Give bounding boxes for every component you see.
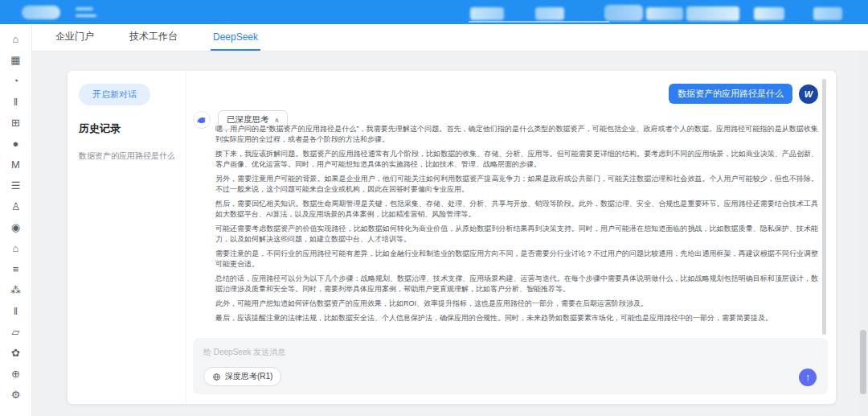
nav-blur-line	[76, 14, 96, 17]
deepseek-whale-icon	[193, 111, 211, 129]
m-app-icon[interactable]: M	[9, 158, 23, 171]
nav-item-blurred[interactable]	[604, 5, 643, 21]
folder-icon[interactable]: ▱	[9, 325, 23, 339]
page-scrollbar-track[interactable]	[858, 51, 868, 416]
send-button[interactable]: ↑	[799, 369, 817, 386]
deepseek-chat-card: 开启新对话 历史记录 数据资产的应用路径是什么 数据资产的应用路径是什么 W 已…	[68, 71, 836, 404]
ai-paragraph: 嗯，用户问的是“数据资产的应用路径是什么”，我需要先理解这个问题。首先，确定他们…	[215, 124, 818, 145]
nav-blur-line	[76, 7, 93, 10]
gear-icon[interactable]: ⚙	[9, 388, 23, 402]
new-chat-button[interactable]: 开启新对话	[79, 84, 150, 105]
history-item[interactable]: 数据资产的应用路径是什么	[79, 150, 174, 162]
tab-tech-workbench[interactable]: 技术工作台	[127, 24, 180, 51]
tab-deepseek[interactable]: DeepSeek	[211, 24, 260, 51]
nav-item-blurred[interactable]	[754, 7, 784, 20]
nav-item-blurred[interactable]	[470, 7, 504, 20]
user-message-row: 数据资产的应用路径是什么 W	[186, 84, 818, 104]
chevron-up-icon: ∧	[275, 117, 280, 124]
user-icon[interactable]: ♙	[9, 200, 23, 213]
nav-underline	[469, 21, 609, 23]
ai-paragraph: 另外，需要注意用户可能的背景。如果是企业用户，他们可能关注如何利用数据资产提高竞…	[215, 174, 818, 195]
flower-icon[interactable]: ✿	[9, 346, 23, 360]
assistant-reasoning-text: 嗯，用户问的是“数据资产的应用路径是什么”，我需要先理解这个问题。首先，确定他们…	[215, 124, 818, 328]
tab-enterprise-portal[interactable]: 企业门户	[53, 24, 96, 51]
ai-paragraph: 最后，应该提醒注意的法律法规，比如数据安全法、个人信息保护法，确保应用的合规性。…	[215, 313, 818, 323]
top-nav-bar	[0, 0, 868, 24]
nav-item-blurred[interactable]	[535, 7, 564, 20]
barcode-alt-icon[interactable]: ‖	[9, 304, 23, 318]
icon-sidebar: ⌂ ▦ ◔ ‖ ⊞ ● M ☰ ♙ ◉ ⌂ ≡ ⁂ ‖ ▱ ✿ ⊕ ⚙	[0, 24, 32, 416]
list-icon[interactable]: ☰	[9, 179, 23, 192]
sitemap-icon[interactable]: ⁂	[9, 283, 23, 297]
arrow-up-icon: ↑	[805, 372, 810, 383]
chat-scrollbar[interactable]	[822, 79, 826, 335]
app-logo	[22, 6, 60, 19]
screen-icon[interactable]: ⊞	[9, 116, 23, 130]
page-scrollbar-thumb[interactable]	[860, 330, 866, 394]
message-composer[interactable]: 给 DeepSeek 发送消息 深度思考(R1) ↑	[193, 338, 828, 394]
ai-paragraph: 此外，可能用户想知道如何评估数据资产的应用效果，比如ROI、效率提升指标，这也是…	[215, 299, 818, 309]
ai-paragraph: 需要注意的是，不同行业的应用路径可能有差异，比如金融行业和制造业的数据应用方向不…	[215, 249, 818, 270]
history-panel: 开启新对话 历史记录 数据资产的应用路径是什么	[68, 71, 186, 404]
globe-icon[interactable]: ⊕	[9, 367, 23, 381]
user-message-bubble: 数据资产的应用路径是什么	[669, 84, 792, 104]
ai-paragraph: 总结的话，应用路径可以分为以下几个步骤：战略规划、数据治理、技术支撑、应用场景构…	[215, 274, 818, 294]
user-avatar: W	[799, 84, 818, 104]
barcode-icon[interactable]: ‖	[9, 95, 23, 109]
tab-bar: 企业门户 技术工作台 DeepSeek	[32, 24, 868, 51]
nav-item-blurred[interactable]	[813, 7, 842, 20]
organization-icon[interactable]: ▦	[9, 53, 23, 67]
nav-item-blurred[interactable]	[686, 6, 739, 21]
ai-paragraph: 可能还需要考虑数据资产的价值实现路径，比如数据如何转化为商业价值，从原始数据到分…	[215, 224, 818, 245]
shield-icon[interactable]: ◉	[9, 220, 23, 234]
app-window: ⌂ ▦ ◔ ‖ ⊞ ● M ☰ ♙ ◉ ⌂ ≡ ⁂ ‖ ▱ ✿ ⊕ ⚙ 企业门户…	[0, 0, 868, 416]
circle-app-icon[interactable]: ●	[9, 137, 23, 150]
menu-lines-icon[interactable]: ≡	[9, 262, 23, 276]
deepthink-r1-button[interactable]: 深度思考(R1)	[203, 367, 281, 386]
deepthink-icon	[212, 373, 221, 381]
nav-item-blurred[interactable]	[646, 7, 683, 20]
history-title: 历史记录	[79, 122, 174, 136]
deepthink-label: 深度思考(R1)	[225, 371, 272, 382]
home-icon[interactable]: ⌂	[9, 32, 23, 46]
ai-paragraph: 需要确保回答结构清晰的部分，比如数据资产的确权，这在数据要素市场很重要，但可能在…	[215, 327, 818, 328]
home-alt-icon[interactable]: ⌂	[9, 241, 23, 255]
composer-placeholder: 给 DeepSeek 发送消息	[203, 347, 285, 358]
pie-chart-icon[interactable]: ◔	[9, 74, 23, 88]
ai-paragraph: 接下来，我应该拆解问题。数据资产的应用路径通常有几个阶段，比如数据的收集、存储、…	[215, 149, 818, 170]
ai-paragraph: 然后，需要回忆相关知识。数据生命周期管理是关键，包括采集、存储、处理、分析、共享…	[215, 199, 818, 220]
